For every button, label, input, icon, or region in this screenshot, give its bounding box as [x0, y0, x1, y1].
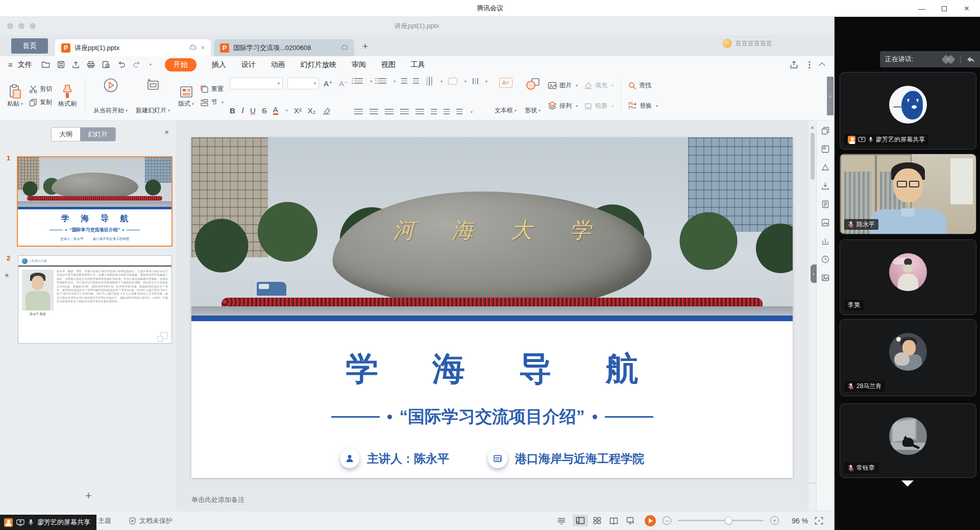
minimize-button[interactable]: —: [911, 0, 933, 17]
speaker-chip[interactable]: 主讲人：陈永平: [340, 449, 449, 468]
justify-icon[interactable]: [400, 109, 409, 115]
normal-view-button[interactable]: [573, 515, 588, 526]
participant-tile[interactable]: 陈永平: [840, 154, 976, 234]
print-icon[interactable]: [87, 61, 95, 68]
vertical-scrollbar[interactable]: ▲ ⌄⌄: [808, 121, 816, 511]
tab-design[interactable]: 设计: [241, 60, 256, 69]
caret-icon[interactable]: ▾: [440, 79, 443, 84]
close-button[interactable]: ×: [955, 0, 978, 17]
slide-2-thumbnail[interactable]: | 主讲人介绍 陈永平 教授 陈永平，教授，博导，河海大学港口海岸与近海工程学院…: [18, 255, 172, 344]
subscript-button[interactable]: X₂: [308, 106, 316, 115]
caret-icon[interactable]: ▾: [485, 79, 487, 84]
protection-status[interactable]: 文档未保护: [129, 516, 173, 525]
next-slide-icon[interactable]: ⌄⌄: [808, 480, 816, 484]
ribbon-overflow-button[interactable]: ›: [827, 77, 834, 115]
tab-start[interactable]: 开始: [165, 58, 197, 71]
paste-button[interactable]: 粘贴▾: [6, 82, 24, 109]
collapse-sidebar-icon[interactable]: [967, 56, 975, 63]
layout-button[interactable]: 版式▾: [177, 82, 195, 109]
decrease-font-button[interactable]: A⁻: [339, 79, 348, 88]
material-download-icon[interactable]: [821, 182, 829, 190]
scroll-up-icon[interactable]: ▲: [810, 125, 815, 130]
document-pane-icon[interactable]: [821, 200, 829, 208]
text-border-icon[interactable]: [448, 78, 457, 85]
shape-button[interactable]: 形状▾: [524, 76, 542, 116]
tab-slideshow[interactable]: 幻灯片放映: [301, 60, 336, 69]
tab-review[interactable]: 审阅: [352, 60, 366, 69]
caret-icon[interactable]: ▾: [464, 79, 467, 84]
layout-switch-icon[interactable]: [943, 56, 954, 63]
caret-icon[interactable]: ▾: [471, 110, 473, 114]
participant-tile[interactable]: 李昊: [840, 239, 976, 315]
panel-close-icon[interactable]: ×: [164, 128, 169, 136]
panel-collapse-handle[interactable]: ‹: [811, 264, 817, 283]
reading-view-button[interactable]: [606, 515, 621, 526]
doc-tab-inactive[interactable]: P 国际学习交流项...0200608: [214, 39, 354, 56]
save-icon[interactable]: [57, 61, 65, 68]
slides-tab[interactable]: 幻灯片: [80, 128, 115, 141]
align-center-icon[interactable]: [370, 109, 378, 115]
play-from-current-button[interactable]: 从当前开始▾: [92, 76, 129, 116]
effects-pane-icon[interactable]: [821, 219, 829, 227]
hamburger-icon[interactable]: ≡: [8, 60, 13, 69]
more-icon[interactable]: [808, 61, 811, 69]
zoom-slider[interactable]: [678, 520, 764, 521]
image-pane-icon[interactable]: [821, 274, 829, 282]
align-left-icon[interactable]: [354, 109, 363, 115]
zoom-slider-thumb[interactable]: [725, 517, 732, 524]
slideshow-setup-button[interactable]: [623, 515, 638, 526]
zoom-in-button[interactable]: +: [770, 516, 779, 525]
align-right-icon[interactable]: [385, 109, 394, 115]
fit-slide-icon[interactable]: [815, 517, 823, 525]
selection-pane-icon[interactable]: [821, 145, 829, 153]
copy-button[interactable]: 复制: [29, 96, 52, 109]
notes-toggle-icon[interactable]: [557, 517, 566, 524]
numbered-list-icon[interactable]: [378, 78, 386, 84]
tab-insert[interactable]: 插入: [212, 60, 226, 69]
italic-button[interactable]: I: [241, 106, 244, 115]
menu-file[interactable]: 文件: [18, 60, 32, 69]
distribute-icon[interactable]: [415, 109, 424, 115]
bold-button[interactable]: B: [230, 106, 235, 115]
font-color-button[interactable]: A: [273, 106, 278, 115]
replace-button[interactable]: 替换▾: [628, 99, 658, 112]
fill-button[interactable]: 填充▾: [584, 79, 614, 92]
slide-1-thumbnail[interactable]: 河 海 大 学 学 海 导 航 “国际学习交流项目介绍” 主讲人：陈永平港口海岸…: [17, 156, 173, 247]
bullet-list-icon[interactable]: [354, 78, 363, 84]
doc-tab-active[interactable]: P 讲座ppt(1).pptx ×: [55, 39, 211, 56]
textbox-button[interactable]: A= 文本框▾: [494, 76, 518, 116]
picture-button[interactable]: 图片▾: [548, 79, 578, 92]
caret-icon[interactable]: ▾: [394, 79, 396, 84]
restore-button[interactable]: [933, 0, 955, 17]
scrollbar-thumb[interactable]: [811, 133, 815, 180]
home-tab[interactable]: 首页: [11, 38, 48, 54]
slide-sorter-button[interactable]: [590, 515, 604, 526]
line-spacing-icon[interactable]: [456, 109, 462, 115]
slide-canvas[interactable]: 河 海 大 学 学 海 导 航 “国际学习交流项目介绍”: [191, 137, 793, 478]
output-icon[interactable]: [72, 61, 80, 68]
print-preview-icon[interactable]: [102, 61, 110, 68]
line-spacing-down-icon[interactable]: [444, 109, 450, 115]
align-text-icon[interactable]: [472, 78, 478, 84]
section-button[interactable]: 节▾: [200, 96, 224, 109]
increase-font-button[interactable]: A⁺: [324, 79, 333, 88]
new-tab-button[interactable]: +: [362, 41, 368, 52]
arrange-button[interactable]: 排列▾: [548, 99, 578, 112]
slide-title[interactable]: 学 海 导 航: [191, 347, 793, 391]
animation-pane-icon[interactable]: [821, 163, 829, 172]
notes-hint[interactable]: 单击此处添加备注: [191, 495, 244, 504]
participant-tile[interactable]: 常钰章: [840, 403, 976, 478]
tab-animation[interactable]: 动画: [271, 60, 285, 69]
zoom-level[interactable]: 96 %: [786, 517, 808, 525]
collapse-ribbon-icon[interactable]: [819, 62, 825, 69]
wps-account[interactable]: 豆豆豆豆豆豆: [723, 39, 772, 48]
line-spacing-up-icon[interactable]: [431, 109, 437, 115]
reset-button[interactable]: 重置: [200, 83, 224, 96]
text-direction-icon[interactable]: [426, 77, 432, 86]
chart-pane-icon[interactable]: [821, 237, 829, 245]
redo-icon[interactable]: [133, 61, 141, 68]
tab-view[interactable]: 视图: [381, 60, 396, 69]
properties-icon[interactable]: [821, 127, 829, 135]
outline-tab[interactable]: 大纲: [52, 128, 80, 141]
clear-format-icon[interactable]: [322, 107, 330, 114]
